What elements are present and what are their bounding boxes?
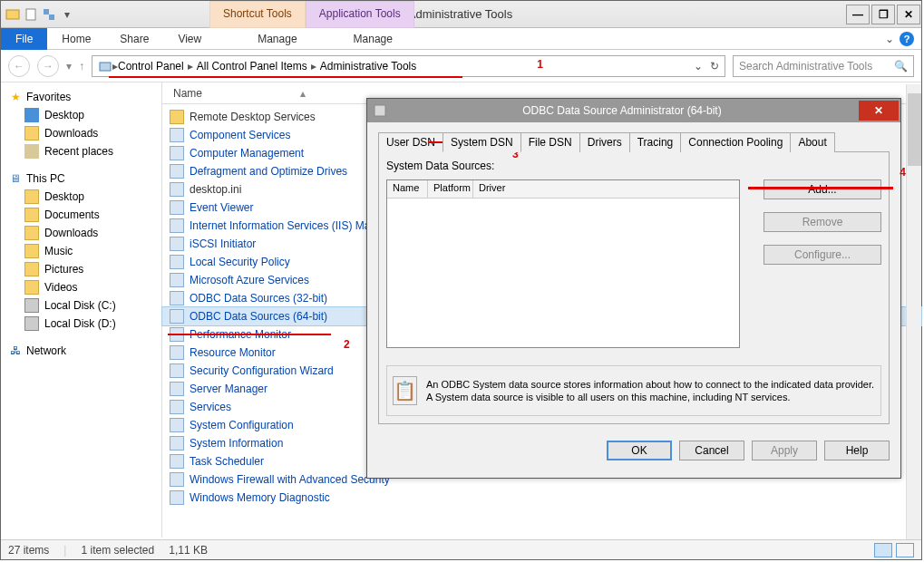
context-tab-application[interactable]: Application Tools: [306, 1, 414, 28]
address-dropdown-icon[interactable]: ⌄: [694, 60, 703, 73]
folder-icon: [24, 280, 39, 295]
search-input[interactable]: Search Administrative Tools 🔍: [733, 55, 914, 77]
status-size: 1,11 KB: [169, 544, 208, 557]
nav-desktop[interactable]: Desktop: [5, 106, 158, 124]
nav-pc-pictures[interactable]: Pictures: [5, 260, 158, 278]
search-icon: 🔍: [894, 60, 908, 73]
svg-rect-2: [44, 9, 49, 15]
maximize-button[interactable]: ❐: [871, 5, 895, 24]
file-name: Security Configuration Wizard: [190, 364, 334, 377]
tab-home[interactable]: Home: [47, 29, 105, 49]
file-name: Resource Monitor: [190, 346, 276, 359]
file-name: iSCSI Initiator: [190, 237, 256, 250]
folder-icon: [24, 189, 39, 204]
status-selection: 1 item selected: [81, 544, 154, 557]
nav-recent[interactable]: Recent places: [5, 142, 158, 160]
file-name: System Information: [190, 437, 283, 450]
dsn-list[interactable]: Name Platform Driver: [386, 179, 740, 348]
crumb-control-panel[interactable]: Control Panel: [118, 60, 184, 73]
tab-drivers[interactable]: Drivers: [579, 132, 630, 152]
nav-downloads[interactable]: Downloads: [5, 124, 158, 142]
thispc-group[interactable]: 🖥 This PC: [5, 170, 158, 188]
shortcut-icon: [170, 237, 184, 251]
new-file-icon[interactable]: [23, 6, 39, 23]
help-icon[interactable]: ?: [900, 32, 914, 46]
shortcut-icon: [170, 490, 184, 505]
add-button[interactable]: Add...: [764, 179, 881, 199]
minimize-button[interactable]: —: [846, 5, 870, 24]
crumb-admin-tools[interactable]: Administrative Tools: [320, 60, 417, 73]
annotation-2: 2: [344, 338, 350, 351]
shortcut-icon: [170, 255, 184, 269]
shortcut-icon: [170, 200, 184, 215]
help-button[interactable]: Help: [824, 441, 890, 460]
nav-pc-drive-c[interactable]: Local Disk (C:): [5, 296, 158, 315]
folder-icon: [170, 110, 184, 124]
properties-icon[interactable]: [41, 6, 57, 23]
context-tab-shortcut[interactable]: Shortcut Tools: [209, 1, 306, 28]
tab-share[interactable]: Share: [105, 29, 163, 49]
dialog-icon: [373, 103, 387, 118]
nav-pc-documents[interactable]: Documents: [5, 206, 158, 224]
folder-icon: [24, 208, 39, 222]
shortcut-icon: [170, 382, 184, 396]
network-group[interactable]: 🖧 Network: [5, 342, 158, 360]
tab-connection-pooling[interactable]: Connection Pooling: [680, 132, 791, 152]
nav-pc-music[interactable]: Music: [5, 242, 158, 260]
tab-view[interactable]: View: [163, 29, 216, 49]
nav-pc-drive-d[interactable]: Local Disk (D:): [5, 315, 158, 333]
scroll-thumb[interactable]: [908, 93, 921, 166]
recent-locations-icon[interactable]: ▾: [66, 60, 72, 73]
search-placeholder: Search Administrative Tools: [739, 60, 872, 73]
shortcut-icon: [170, 291, 184, 305]
remove-button[interactable]: Remove: [764, 212, 881, 232]
tab-system-dsn[interactable]: System DSN: [443, 132, 521, 152]
col-driver[interactable]: Driver: [473, 180, 739, 198]
nav-pc-desktop[interactable]: Desktop: [5, 188, 158, 206]
file-name: Internet Information Services (IIS) Ma: [190, 219, 370, 232]
file-name: System Configuration: [190, 419, 294, 431]
tab-about[interactable]: About: [790, 132, 834, 152]
info-text: An ODBC System data source stores inform…: [426, 378, 875, 404]
configure-button[interactable]: Configure...: [764, 245, 881, 265]
tab-file-dsn[interactable]: File DSN: [520, 132, 580, 152]
nav-pc-downloads[interactable]: Downloads: [5, 224, 158, 242]
tab-manage-app[interactable]: Manage: [339, 29, 407, 49]
file-row[interactable]: Windows Memory Diagnostic: [162, 489, 921, 507]
info-icon: 📋: [393, 376, 417, 405]
column-name[interactable]: Name: [170, 87, 206, 100]
ribbon-expand-icon[interactable]: ⌄: [885, 33, 894, 45]
dialog-titlebar[interactable]: ODBC Data Source Administrator (64-bit) …: [367, 99, 900, 122]
apply-button[interactable]: Apply: [752, 441, 817, 460]
up-button[interactable]: ↑: [79, 60, 84, 73]
dialog-close-button[interactable]: ✕: [859, 101, 899, 121]
file-menu[interactable]: File: [1, 28, 47, 50]
tab-manage-shortcut[interactable]: Manage: [243, 29, 311, 49]
close-button[interactable]: ✕: [897, 5, 920, 24]
forward-button[interactable]: →: [37, 55, 59, 77]
file-name: Services: [190, 401, 231, 413]
cancel-button[interactable]: Cancel: [679, 441, 744, 460]
address-bar[interactable]: ▸ Control Panel ▸ All Control Panel Item…: [92, 55, 725, 77]
file-name: Event Viewer: [190, 201, 253, 214]
col-platform[interactable]: Platform: [428, 180, 473, 198]
ok-button[interactable]: OK: [607, 441, 672, 460]
vertical-scrollbar[interactable]: [906, 84, 921, 539]
back-button[interactable]: ←: [8, 55, 30, 77]
crumb-all-items[interactable]: All Control Panel Items: [197, 60, 307, 73]
annotation-1: 1: [537, 58, 543, 71]
col-name[interactable]: Name: [387, 180, 428, 198]
tab-tracing[interactable]: Tracing: [629, 132, 682, 152]
svg-rect-1: [26, 9, 35, 20]
favorites-group[interactable]: ★ Favorites: [5, 88, 158, 106]
refresh-icon[interactable]: ↻: [710, 60, 719, 73]
view-icons-button[interactable]: [896, 543, 914, 557]
qat-dropdown-icon[interactable]: ▾: [59, 6, 75, 23]
nav-pc-videos[interactable]: Videos: [5, 278, 158, 296]
shortcut-icon: [170, 182, 184, 197]
file-name: Computer Management: [190, 147, 304, 160]
file-name: ODBC Data Sources (32-bit): [190, 292, 327, 305]
view-details-button[interactable]: [874, 543, 892, 557]
shortcut-icon: [170, 472, 184, 487]
folder-icon: [24, 262, 39, 276]
